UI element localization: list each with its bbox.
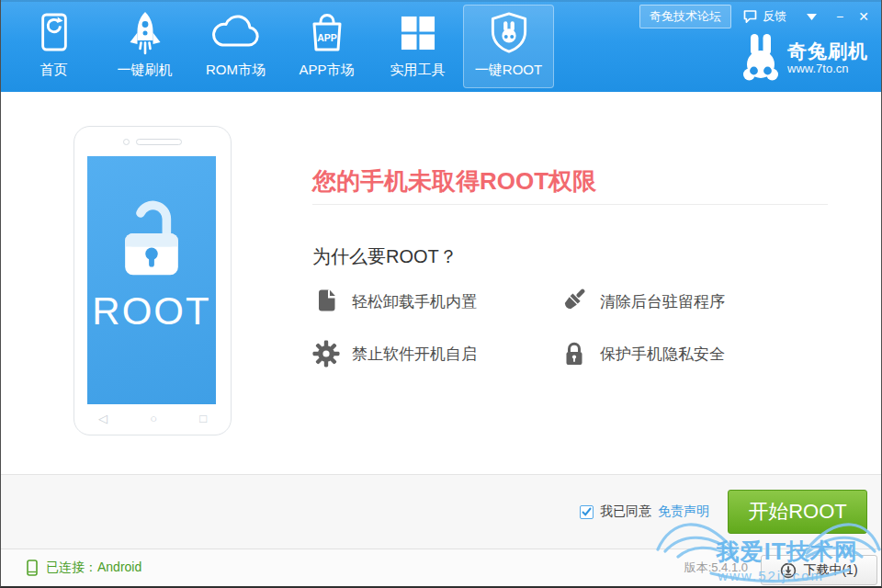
- rocket-icon: [125, 6, 165, 59]
- privacy-lock-icon: [560, 340, 588, 368]
- window-controls: 奇兔技术论坛 反馈 − ✕: [639, 5, 876, 28]
- agree-group: 我已同意免责声明: [580, 503, 709, 520]
- forum-button[interactable]: 奇兔技术论坛: [639, 5, 731, 28]
- gear-icon: [312, 340, 340, 368]
- home-phone-refresh-icon: [37, 6, 72, 59]
- speech-bubble-icon: [742, 9, 758, 24]
- version-text: 版本:5.4.1.0: [684, 560, 748, 576]
- chevron-down-icon: [807, 14, 817, 20]
- feature-label: 保护手机隐私安全: [600, 344, 725, 365]
- phone-speaker-slot: [136, 139, 182, 145]
- phone-camera-dot: [123, 139, 130, 145]
- disclaimer-link[interactable]: 免责声明: [658, 503, 709, 520]
- agree-label: 我已同意: [600, 503, 651, 520]
- connected-phone-icon: [27, 560, 38, 576]
- feedback-label: 反馈: [763, 8, 786, 25]
- tab-rom-market[interactable]: ROM市场: [190, 5, 281, 88]
- cloud-icon: [211, 6, 261, 59]
- feature-label: 禁止软件开机自启: [352, 344, 477, 365]
- phone-screen-root-text: ROOT: [92, 289, 210, 334]
- header-bar: 首页 一键刷机: [1, 0, 881, 92]
- download-manager-button[interactable]: 下载中(1): [761, 555, 877, 585]
- start-root-button[interactable]: 开始ROOT: [728, 490, 867, 534]
- why-root-heading: 为什么要ROOT？: [312, 244, 458, 269]
- menu-dropdown-button[interactable]: [801, 10, 822, 24]
- app-window: 首页 一键刷机: [0, 0, 882, 588]
- open-lock-icon: [111, 189, 192, 281]
- title-divider: [312, 204, 828, 205]
- main-content: ROOT ◁ ○ □ 您的手机未取得ROOT权限 为什么要ROOT？ 轻: [1, 92, 881, 474]
- feature-privacy: 保护手机隐私安全: [560, 339, 808, 368]
- status-bar: 已连接：Android 版本:5.4.1.0 下载中(1): [1, 548, 881, 586]
- phone-nav-buttons: ◁ ○ □: [98, 413, 207, 424]
- download-circle-icon: [780, 562, 797, 579]
- tab-utilities[interactable]: 实用工具: [372, 5, 463, 88]
- tab-home[interactable]: 首页: [8, 5, 99, 88]
- minimize-button[interactable]: −: [828, 9, 852, 24]
- connection-text: 已连接：Android: [46, 560, 141, 576]
- status-bar-right: 版本:5.4.1.0 下载中(1): [684, 549, 881, 586]
- uninstall-phone-icon: [312, 288, 340, 315]
- phone-back-icon: ◁: [98, 413, 107, 424]
- clean-brush-icon: [560, 288, 588, 315]
- feature-autostart: 禁止软件开机自启: [312, 339, 560, 368]
- brand-logo: 奇兔刷机 www.7to.cn: [742, 33, 868, 83]
- checkmark-icon: [582, 507, 592, 516]
- phone-screen: ROOT: [87, 156, 216, 404]
- phone-top-detail: [74, 139, 231, 145]
- app-bag-icon: APP: [307, 6, 347, 59]
- tab-app-market[interactable]: APP APP市场: [281, 5, 372, 88]
- brand-url: www.7to.cn: [787, 62, 868, 75]
- tab-label: 首页: [40, 62, 68, 79]
- action-bar: 我已同意免责声明 开始ROOT: [1, 474, 881, 548]
- tab-one-key-root[interactable]: 一键ROOT: [463, 5, 554, 88]
- svg-text:APP: APP: [317, 32, 337, 43]
- phone-home-icon: ○: [150, 413, 157, 424]
- tools-grid-icon: [399, 6, 436, 59]
- shield-rabbit-icon: [488, 6, 530, 59]
- feature-uninstall: 轻松卸载手机内置: [312, 287, 560, 316]
- close-button[interactable]: ✕: [852, 9, 876, 24]
- agree-checkbox[interactable]: [580, 505, 594, 519]
- tab-one-key-flash[interactable]: 一键刷机: [99, 5, 190, 88]
- download-button-label: 下载中(1): [803, 562, 857, 579]
- phone-recents-icon: □: [199, 413, 207, 424]
- feedback-button[interactable]: 反馈: [742, 8, 786, 25]
- rabbit-logo-icon: [742, 33, 779, 83]
- tab-label: ROM市场: [206, 62, 266, 79]
- tab-label: 一键ROOT: [475, 62, 542, 79]
- page-title: 您的手机未取得ROOT权限: [312, 165, 596, 198]
- tab-label: 实用工具: [390, 62, 446, 79]
- feature-clean: 清除后台驻留程序: [560, 287, 808, 316]
- feature-label: 清除后台驻留程序: [600, 291, 725, 312]
- brand-name: 奇兔刷机: [787, 40, 868, 62]
- feature-list: 轻松卸载手机内置 清除后台驻留程序: [312, 287, 808, 368]
- tab-label: 一键刷机: [118, 62, 173, 79]
- phone-illustration: ROOT ◁ ○ □: [74, 126, 232, 435]
- main-nav: 首页 一键刷机: [8, 5, 554, 88]
- connection-status: 已连接：Android: [1, 560, 141, 576]
- feature-label: 轻松卸载手机内置: [352, 291, 477, 312]
- tab-label: APP市场: [299, 62, 354, 79]
